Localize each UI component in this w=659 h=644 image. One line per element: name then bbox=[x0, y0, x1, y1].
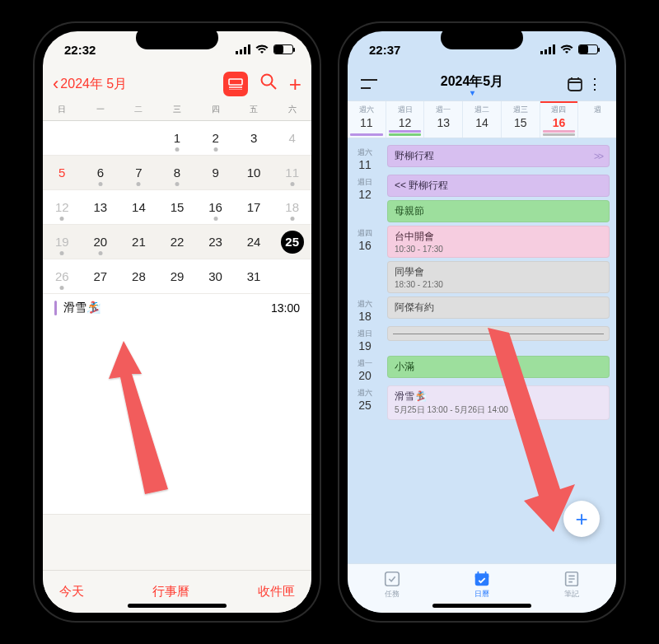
battery-icon bbox=[273, 44, 293, 54]
calendar-row: 12131415161718 bbox=[43, 190, 311, 225]
svg-rect-0 bbox=[229, 79, 242, 85]
weekday-label: 六 bbox=[273, 104, 311, 115]
week-strip[interactable]: 週六11週日12週一13週二14週三15週四16週 bbox=[348, 100, 616, 138]
calendar-day[interactable]: 28 bbox=[119, 259, 158, 293]
view-toggle-button[interactable] bbox=[223, 72, 248, 96]
agenda-event[interactable]: 阿傑有約 bbox=[387, 296, 610, 319]
calendar-day bbox=[82, 121, 120, 155]
calendar-day[interactable]: 14 bbox=[119, 190, 158, 224]
calendar-day[interactable]: 18 bbox=[273, 190, 311, 224]
calendar-row: 262728293031 bbox=[43, 259, 311, 294]
calendar-day[interactable]: 6 bbox=[82, 156, 120, 189]
week-day[interactable]: 週一13 bbox=[424, 101, 463, 138]
calendar-day[interactable]: 25 bbox=[273, 225, 311, 259]
calendar-day[interactable]: 9 bbox=[196, 156, 235, 189]
search-icon[interactable] bbox=[259, 72, 278, 96]
calendar-day[interactable]: 5 bbox=[43, 156, 82, 189]
calendars-button[interactable]: 行事曆 bbox=[152, 584, 189, 600]
inbox-button[interactable]: 收件匣 bbox=[258, 584, 295, 600]
calendar-day[interactable]: 23 bbox=[196, 225, 235, 259]
calendar-day[interactable]: 16 bbox=[196, 190, 235, 224]
back-label: 2024年 5月 bbox=[60, 76, 127, 93]
agenda-date: 週日19 bbox=[348, 326, 382, 352]
agenda-day: 週六11野柳行程>> bbox=[348, 143, 616, 173]
weekday-label: 五 bbox=[235, 104, 273, 115]
calendar-day[interactable]: 24 bbox=[235, 225, 273, 259]
weekday-label: 一 bbox=[82, 104, 120, 115]
calendar-day[interactable]: 3 bbox=[235, 121, 273, 155]
agenda-date: 週六25 bbox=[348, 385, 382, 420]
tab-calendar[interactable]: 日曆 bbox=[473, 570, 491, 600]
calendar-day[interactable]: 12 bbox=[43, 190, 82, 224]
month-picker[interactable]: 2024年5月 ▾ bbox=[379, 73, 565, 96]
calendar-day[interactable]: 7 bbox=[119, 156, 158, 189]
calendar-day[interactable]: 27 bbox=[82, 259, 120, 293]
clock: 22:32 bbox=[64, 43, 96, 57]
battery-icon bbox=[578, 44, 598, 54]
agenda-event[interactable]: 台中開會10:30 - 17:30 bbox=[387, 226, 610, 258]
svg-rect-16 bbox=[485, 571, 487, 574]
week-day[interactable]: 週 bbox=[578, 101, 616, 138]
notch bbox=[441, 26, 523, 49]
week-day[interactable]: 週三15 bbox=[502, 101, 540, 138]
week-day[interactable]: 週二14 bbox=[463, 101, 502, 138]
chevron-left-icon: ‹ bbox=[53, 75, 58, 93]
calendar-day bbox=[43, 121, 82, 155]
chevron-down-icon: ▾ bbox=[379, 91, 565, 96]
annotation-arrow bbox=[105, 341, 204, 506]
calendar-day[interactable]: 10 bbox=[235, 156, 273, 189]
agenda-event[interactable]: 母親節 bbox=[387, 200, 610, 222]
calendar-day[interactable]: 13 bbox=[82, 190, 120, 224]
calendar-day[interactable]: 19 bbox=[43, 225, 82, 259]
svg-rect-8 bbox=[568, 79, 582, 91]
week-day[interactable]: 週日12 bbox=[386, 101, 425, 138]
today-button[interactable]: 今天 bbox=[59, 584, 84, 600]
nav-header: ‹ 2024年 5月 + bbox=[43, 68, 311, 100]
svg-rect-14 bbox=[475, 573, 489, 577]
calendar-day[interactable]: 22 bbox=[158, 225, 197, 259]
agenda-day: 週日12<< 野柳行程母親節 bbox=[348, 173, 616, 224]
chevron-right-icon: >> bbox=[594, 151, 602, 162]
agenda-event[interactable]: << 野柳行程 bbox=[387, 175, 610, 197]
calendar-day[interactable]: 31 bbox=[235, 259, 273, 293]
back-button[interactable]: ‹ 2024年 5月 bbox=[53, 75, 127, 93]
event-color-bar bbox=[54, 301, 57, 315]
add-button[interactable]: + bbox=[289, 72, 301, 97]
calendar-day[interactable]: 1 bbox=[158, 121, 197, 155]
notch bbox=[136, 26, 218, 49]
calendar-day[interactable]: 20 bbox=[82, 225, 120, 259]
tab-notes[interactable]: 筆記 bbox=[563, 570, 581, 600]
more-button[interactable]: ⋮ bbox=[585, 75, 605, 93]
status-icons bbox=[236, 44, 293, 54]
week-day[interactable]: 週六11 bbox=[348, 101, 386, 138]
calendar-day[interactable]: 15 bbox=[158, 190, 197, 224]
calendar-day[interactable]: 8 bbox=[158, 156, 197, 189]
signal-icon bbox=[540, 44, 555, 54]
menu-button[interactable] bbox=[359, 78, 379, 90]
calendar-day[interactable]: 29 bbox=[158, 259, 197, 293]
signal-icon bbox=[236, 44, 250, 54]
status-icons bbox=[540, 44, 598, 54]
svg-rect-15 bbox=[477, 571, 479, 574]
event-time: 13:00 bbox=[271, 301, 300, 315]
calendar-day[interactable]: 26 bbox=[43, 259, 82, 293]
calendar-day[interactable]: 21 bbox=[119, 225, 158, 259]
calendar-day[interactable]: 17 bbox=[235, 190, 273, 224]
today-button[interactable] bbox=[565, 76, 585, 92]
weekday-header: 日一二三四五六 bbox=[43, 100, 311, 121]
svg-line-4 bbox=[271, 84, 276, 89]
calendar-day bbox=[273, 259, 311, 293]
calendar-day[interactable]: 4 bbox=[273, 121, 311, 155]
event-row[interactable]: 滑雪🏂 13:00 bbox=[43, 294, 311, 322]
svg-point-3 bbox=[261, 75, 272, 86]
agenda-event[interactable]: 同學會18:30 - 21:30 bbox=[387, 261, 610, 293]
home-indicator bbox=[128, 604, 227, 608]
agenda-event[interactable]: 野柳行程>> bbox=[387, 145, 610, 167]
svg-marker-21 bbox=[488, 328, 575, 532]
week-day[interactable]: 週四16 bbox=[540, 101, 579, 138]
calendar-day[interactable]: 11 bbox=[273, 156, 311, 189]
calendar-day[interactable]: 2 bbox=[196, 121, 235, 155]
calendar-day[interactable]: 30 bbox=[196, 259, 235, 293]
month-grid[interactable]: 1234567891011121314151617181920212223242… bbox=[43, 121, 311, 294]
tab-tasks[interactable]: 任務 bbox=[383, 570, 401, 600]
